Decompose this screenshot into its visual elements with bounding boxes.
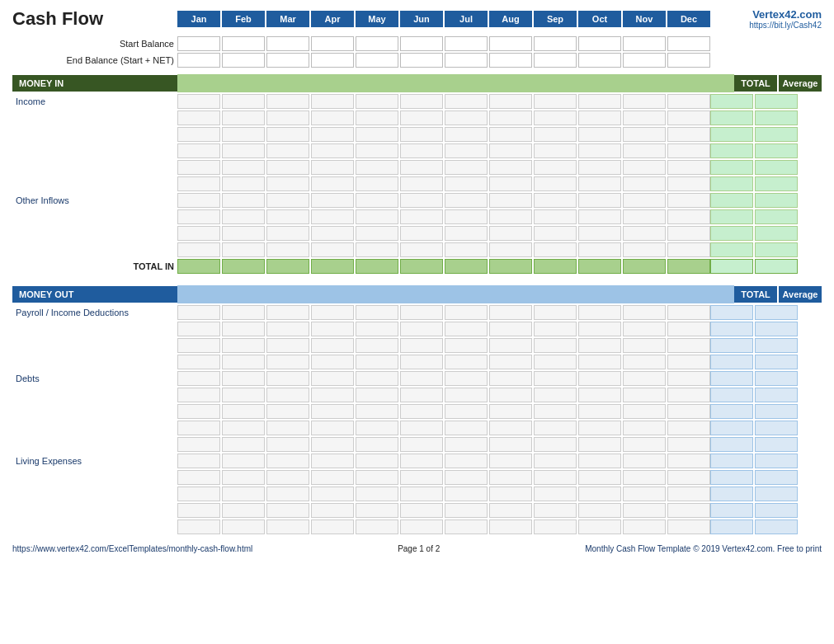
c7[interactable]: [445, 94, 488, 109]
start-balance-row: Start Balance: [12, 36, 822, 51]
payroll-row-1: [12, 322, 822, 336]
c6[interactable]: [400, 94, 443, 109]
month-tab-aug[interactable]: Aug: [489, 11, 532, 27]
payroll-row-2: [12, 338, 822, 353]
income-category-label: Income: [12, 96, 177, 106]
month-tab-may[interactable]: May: [356, 11, 398, 27]
start-balance-apr[interactable]: [311, 36, 354, 51]
vertex-link[interactable]: https://bit.ly/Cash42: [731, 21, 822, 30]
end-balance-dec[interactable]: [667, 53, 710, 68]
money-in-total-label: TOTAL: [734, 75, 777, 92]
month-tab-jan[interactable]: Jan: [177, 11, 220, 27]
start-balance-jul[interactable]: [445, 36, 488, 51]
income-row-4: [12, 160, 822, 175]
c12[interactable]: [667, 94, 710, 109]
start-balance-aug[interactable]: [489, 36, 532, 51]
payroll-row-3: [12, 355, 822, 369]
living-row-1: [12, 470, 822, 485]
month-tab-jun[interactable]: Jun: [400, 11, 443, 27]
end-balance-nov[interactable]: [623, 53, 666, 68]
c10[interactable]: [578, 94, 621, 109]
c5[interactable]: [356, 94, 398, 109]
header: Cash Flow Jan Feb Mar Apr May Jun Jul Au…: [12, 8, 822, 30]
footer: https://www.vertex42.com/ExcelTemplates/…: [12, 544, 822, 553]
debts-row-1: [12, 388, 822, 402]
other-inflows-row-1: [12, 209, 822, 224]
month-tab-mar[interactable]: Mar: [266, 11, 309, 27]
end-balance-may[interactable]: [356, 53, 398, 68]
start-balance-jan[interactable]: [177, 36, 220, 51]
money-out-label: MONEY OUT: [12, 286, 177, 303]
debts-row-4: [12, 437, 822, 452]
income-category-row: Income: [12, 94, 822, 109]
other-inflows-row-3: [12, 242, 822, 257]
end-balance-row: End Balance (Start + NET): [12, 53, 822, 68]
page-title: Cash Flow: [12, 8, 177, 30]
end-balance-aug[interactable]: [489, 53, 532, 68]
start-balance-oct[interactable]: [578, 36, 621, 51]
c4[interactable]: [311, 94, 354, 109]
money-out-avg-label: Average: [779, 286, 822, 303]
income-cat-avg: [755, 94, 798, 109]
money-out-total-avg: TOTAL Average: [734, 286, 822, 303]
month-tabs-container: Jan Feb Mar Apr May Jun Jul Aug Sep Oct …: [177, 11, 731, 27]
end-balance-feb[interactable]: [222, 53, 265, 68]
c9[interactable]: [534, 94, 577, 109]
month-tab-nov[interactable]: Nov: [623, 11, 666, 27]
footer-left-link[interactable]: https://www.vertex42.com/ExcelTemplates/…: [12, 544, 252, 553]
month-tab-feb[interactable]: Feb: [222, 11, 265, 27]
end-balance-oct[interactable]: [578, 53, 621, 68]
end-balance-cells: [177, 53, 710, 68]
end-balance-apr[interactable]: [311, 53, 354, 68]
money-in-header: MONEY IN TOTAL Average: [12, 74, 822, 92]
other-inflows-row-2: [12, 226, 822, 241]
c8[interactable]: [489, 94, 532, 109]
c3[interactable]: [266, 94, 309, 109]
end-balance-jul[interactable]: [445, 53, 488, 68]
start-balance-label: Start Balance: [12, 39, 177, 49]
end-balance-mar[interactable]: [266, 53, 309, 68]
money-in-header-fill: [177, 74, 734, 92]
start-balance-dec[interactable]: [667, 36, 710, 51]
c1[interactable]: [177, 94, 220, 109]
start-balance-sep[interactable]: [534, 36, 577, 51]
debts-label: Debts: [12, 374, 177, 383]
month-tab-jul[interactable]: Jul: [445, 11, 488, 27]
c2[interactable]: [222, 94, 265, 109]
month-tab-dec[interactable]: Dec: [667, 11, 710, 27]
total-in-row: TOTAL IN: [12, 259, 822, 274]
total-in-avg-cell: [755, 259, 798, 274]
c11[interactable]: [623, 94, 666, 109]
end-balance-jan[interactable]: [177, 53, 220, 68]
month-tab-sep[interactable]: Sep: [534, 11, 577, 27]
living-row-4: [12, 519, 822, 534]
other-inflows-label: Other Inflows: [12, 195, 177, 205]
end-balance-jun[interactable]: [400, 53, 443, 68]
footer-copyright: Monthly Cash Flow Template © 2019 Vertex…: [585, 544, 822, 553]
income-row-5: [12, 176, 822, 191]
end-balance-sep[interactable]: [534, 53, 577, 68]
end-balance-label: End Balance (Start + NET): [12, 55, 177, 65]
start-balance-nov[interactable]: [623, 36, 666, 51]
debts-row-3: [12, 421, 822, 435]
start-balance-may[interactable]: [356, 36, 398, 51]
payroll-category-row: Payroll / Income Deductions: [12, 305, 822, 320]
total-in-cells: [177, 259, 710, 274]
income-row-1: [12, 110, 822, 125]
money-out-total-label: TOTAL: [734, 286, 777, 303]
living-expenses-label: Living Expenses: [12, 456, 177, 466]
income-row-3: [12, 143, 822, 158]
money-out-header-fill: [177, 285, 734, 303]
total-in-total-cell: [710, 259, 753, 274]
living-expenses-category-row: Living Expenses: [12, 454, 822, 468]
month-tab-apr[interactable]: Apr: [311, 11, 354, 27]
money-out-header: MONEY OUT TOTAL Average: [12, 285, 822, 303]
month-tab-oct[interactable]: Oct: [578, 11, 621, 27]
start-balance-mar[interactable]: [266, 36, 309, 51]
start-balance-jun[interactable]: [400, 36, 443, 51]
total-in-label: TOTAL IN: [12, 261, 177, 271]
vertex-title: Vertex42.com: [731, 8, 822, 21]
living-row-2: [12, 487, 822, 501]
start-balance-feb[interactable]: [222, 36, 265, 51]
other-inflows-category-row: Other Inflows: [12, 193, 822, 208]
